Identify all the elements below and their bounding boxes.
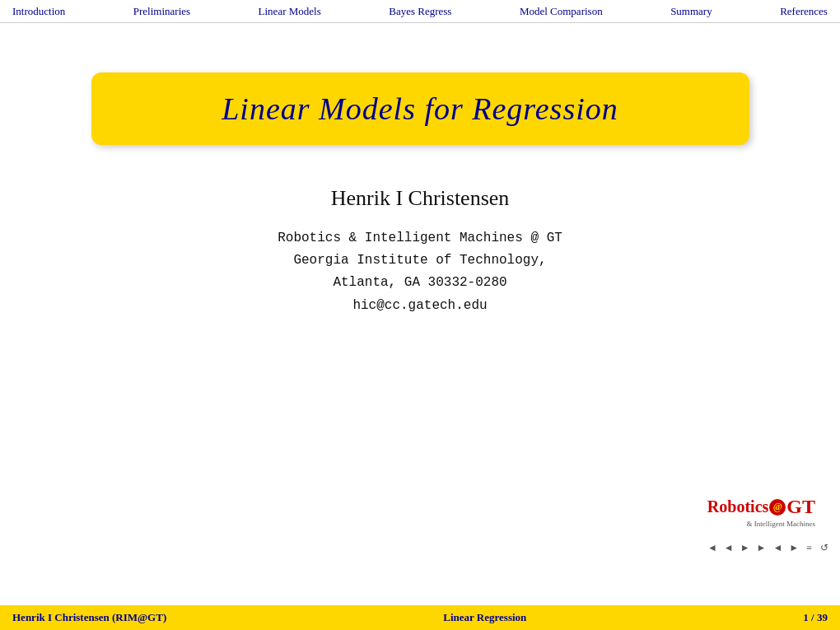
logo-subtitle: & Intelligent Machines [707, 520, 815, 528]
footer-author: Henrik I Christensen (RIM@GT) [12, 611, 166, 624]
nav-align-icon: ≡ [806, 542, 812, 554]
nav-bayes-regress[interactable]: Bayes Regress [385, 3, 455, 20]
slide-title: Linear Models for Regression [141, 91, 700, 127]
nav-references[interactable]: References [776, 3, 832, 20]
logo-at-symbol: @ [769, 499, 786, 516]
nav-controls: ◄ ◄ ► ► ◄ ► ≡ ↺ [705, 540, 832, 556]
nav-next-arrow[interactable]: ► [754, 540, 769, 556]
footer-title: Linear Regression [443, 611, 526, 624]
logo-robotics-text: Robotics [707, 497, 768, 516]
nav-list-icon2[interactable]: ► [786, 540, 801, 556]
footer-bar: Henrik I Christensen (RIM@GT) Linear Reg… [0, 605, 840, 630]
nav-model-comparison[interactable]: Model Comparison [516, 3, 607, 20]
affiliation-line1: Robotics & Intelligent Machines @ GT [278, 231, 562, 245]
logo-area: Robotics @ GT & Intelligent Machines [707, 496, 815, 528]
navigation-bar: Introduction Preliminaries Linear Models… [0, 0, 840, 23]
nav-next-page[interactable]: ► [738, 540, 753, 556]
nav-list-icon[interactable]: ◄ [770, 540, 785, 556]
nav-prev-page[interactable]: ◄ [721, 540, 736, 556]
nav-prev-arrow[interactable]: ◄ [705, 540, 720, 556]
slide-content: Linear Models for Regression Henrik I Ch… [0, 23, 840, 594]
nav-summary[interactable]: Summary [666, 3, 716, 20]
affiliation: Robotics & Intelligent Machines @ GT Geo… [278, 227, 562, 317]
nav-refresh-icon[interactable]: ↺ [820, 542, 828, 554]
footer-page: 1 / 39 [803, 611, 828, 624]
nav-preliminaries[interactable]: Preliminaries [129, 3, 194, 20]
author-name: Henrik I Christensen [278, 186, 562, 211]
affiliation-line2: Georgia Institute of Technology, [293, 253, 546, 268]
nav-introduction[interactable]: Introduction [8, 3, 69, 20]
nav-linear-models[interactable]: Linear Models [254, 3, 325, 20]
title-box: Linear Models for Regression [91, 72, 749, 145]
affiliation-line4: hic@cc.gatech.edu [352, 298, 487, 313]
affiliation-line3: Atlanta, GA 30332-0280 [333, 275, 506, 290]
author-section: Henrik I Christensen Robotics & Intellig… [278, 186, 562, 317]
logo-gt-text: GT [786, 496, 815, 518]
robotics-logo: Robotics @ GT [707, 496, 815, 518]
